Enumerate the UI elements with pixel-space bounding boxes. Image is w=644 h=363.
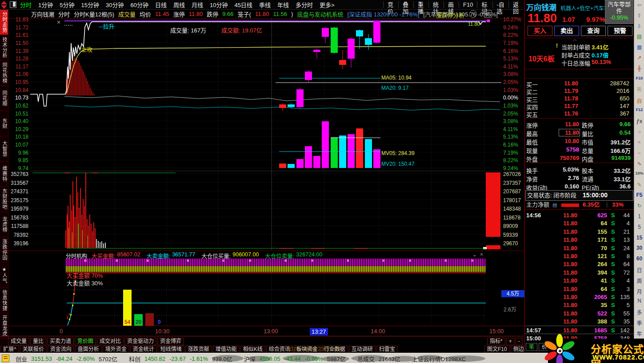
menu-item-周线[interactable]: 周线 bbox=[173, 0, 185, 9]
toolbar-统计[interactable]: 统计 bbox=[428, 1, 444, 8]
percent-icon[interactable]: 10% bbox=[634, 171, 644, 176]
up-icon[interactable]: ⇧ bbox=[634, 12, 644, 19]
custom-stock-icon[interactable]: 自 bbox=[634, 97, 644, 104]
tab-control-+[interactable]: + bbox=[506, 338, 515, 345]
transaction-row[interactable]: 11.80388S35 bbox=[525, 317, 634, 325]
menu-item-日线[interactable]: 日线 bbox=[155, 0, 167, 9]
arc-icon[interactable]: ⌢ bbox=[634, 150, 644, 156]
chart-close-icon[interactable]: × bbox=[57, 19, 60, 26]
close-subpanel-icon[interactable]: × bbox=[480, 252, 483, 258]
period-quarter-button[interactable]: 季 bbox=[634, 319, 644, 327]
mini-tab-笔[interactable]: 笔 bbox=[526, 343, 537, 351]
tab-相似K线[interactable]: 相似K线 bbox=[240, 346, 265, 352]
intraday-chart-region[interactable] bbox=[0, 19, 524, 336]
menu-item-季线[interactable]: 季线 bbox=[259, 0, 271, 9]
toolbar-返回[interactable]: 返回 bbox=[508, 1, 524, 8]
transaction-row[interactable]: 11.8064S3 bbox=[525, 285, 634, 293]
period-5-button[interactable]: 5 bbox=[634, 224, 644, 230]
toolbar-标记[interactable]: 标记 bbox=[477, 1, 492, 8]
f5-icon[interactable]: F5 bbox=[634, 192, 644, 198]
arrow-up-circle-icon[interactable]: ↑ bbox=[469, 10, 477, 18]
transaction-row[interactable]: 11.802065S135 bbox=[525, 293, 634, 301]
collapse-icon[interactable]: ⌄ bbox=[472, 252, 477, 258]
tab-盘面分析[interactable]: 盘面分析 bbox=[75, 346, 102, 352]
menu-item-1分钟[interactable]: 1分钟 bbox=[38, 0, 53, 9]
trend-icon[interactable]: ↗ bbox=[634, 55, 644, 61]
tab-关联报价[interactable]: 关联报价 bbox=[20, 346, 47, 352]
formula-icon[interactable]: ƒx bbox=[634, 118, 644, 124]
tab-control--[interactable]: - bbox=[516, 338, 523, 345]
tab-成交对比[interactable]: 成交对比 bbox=[97, 338, 124, 345]
toolbar-重播[interactable]: 重播 bbox=[413, 1, 428, 8]
period-30-button[interactable]: 30 bbox=[634, 245, 644, 251]
tab-资金统计[interactable]: 资金统计 bbox=[130, 346, 157, 352]
tab-成交量[interactable]: 成交量 bbox=[8, 338, 29, 345]
pencil-icon[interactable]: ✎ bbox=[634, 182, 644, 188]
period-1-button[interactable]: 1 bbox=[634, 213, 644, 219]
period-week-button[interactable]: 周 bbox=[634, 277, 644, 284]
refresh-icon[interactable]: ↻ bbox=[634, 203, 644, 209]
period-year-button[interactable]: 年 bbox=[634, 330, 644, 337]
toolbar-F10[interactable]: F10 bbox=[459, 1, 477, 8]
stock-name[interactable]: 万向钱潮 bbox=[526, 4, 556, 12]
back-icon[interactable]: ⇦ bbox=[634, 2, 644, 8]
menu-item-分时[interactable]: 分时 bbox=[20, 0, 32, 9]
period-month-button[interactable]: 月 bbox=[634, 287, 644, 295]
list-icon[interactable]: ▤ bbox=[552, 202, 557, 207]
tab-竞价图[interactable]: 竞价图 bbox=[75, 338, 96, 345]
transaction-row[interactable]: 11.8064S4 bbox=[525, 219, 634, 227]
transaction-row[interactable]: 14:5711.801685S142 bbox=[525, 326, 634, 334]
tab-资金驱动力[interactable]: 资金驱动力 bbox=[124, 338, 156, 345]
period-n-button[interactable]: N bbox=[634, 298, 644, 304]
transaction-row[interactable]: 11.80171S13 bbox=[525, 235, 634, 243]
copy-icon[interactable]: ⎘ bbox=[634, 86, 644, 92]
menu-item-15分钟[interactable]: 15分钟 bbox=[81, 0, 99, 9]
site-url[interactable]: WWW.70822.COM bbox=[592, 353, 644, 361]
toolbar--自选[interactable]: -自选 bbox=[492, 1, 509, 8]
tab-境外资金[interactable]: 境外资金 bbox=[103, 346, 129, 352]
button-查询[interactable]: 查询 bbox=[581, 26, 606, 36]
period-multi-button[interactable]: 多 bbox=[634, 308, 644, 316]
tab-扫雷宝[interactable]: 扫雷宝 bbox=[376, 346, 398, 352]
transaction-row[interactable]: 11.8035S5 bbox=[525, 301, 634, 309]
menu-item-45日线[interactable]: 45日线 bbox=[234, 0, 252, 9]
button-预警[interactable]: 预警 bbox=[608, 26, 632, 36]
transaction-row[interactable]: 11.8041S4 bbox=[525, 276, 634, 284]
tab-资金流向[interactable]: 资金流向 bbox=[48, 346, 74, 352]
toolbar-叠加[interactable]: 叠加 bbox=[398, 1, 413, 8]
tab-增值功能[interactable]: 增值功能 bbox=[213, 346, 240, 352]
menu-item-30分钟[interactable]: 30分钟 bbox=[106, 0, 124, 9]
transaction-row[interactable]: 11.80522S55 bbox=[525, 309, 634, 317]
transaction-row[interactable]: 11.8070S24 bbox=[525, 244, 634, 252]
tab-资金博弈[interactable]: 资金博弈 bbox=[157, 338, 184, 345]
transaction-row[interactable]: 14:5611.80625S44 bbox=[525, 211, 634, 219]
menu-item-更多>[interactable]: 更多> bbox=[320, 0, 335, 9]
menu-item-5分钟[interactable]: 5分钟 bbox=[60, 0, 74, 9]
tab-互动调研[interactable]: 互动调研 bbox=[349, 346, 376, 352]
transaction-row[interactable]: 11.80394S72 bbox=[525, 268, 634, 276]
button-买入[interactable]: 买入 bbox=[528, 26, 552, 36]
menu-item-多分时[interactable]: 多分时 bbox=[296, 0, 313, 9]
tab-量比[interactable]: 量比 bbox=[30, 338, 46, 345]
tab-control-指标*[interactable]: 指标* bbox=[487, 338, 505, 345]
f12-icon[interactable]: F12 bbox=[634, 108, 644, 112]
menu-item-10分钟[interactable]: 10分钟 bbox=[210, 0, 228, 9]
kline-icon[interactable]: ╫ bbox=[634, 65, 644, 72]
tab-涨跌贡献[interactable]: 涨跌贡献 bbox=[185, 346, 212, 352]
button-卖出[interactable]: 卖出 bbox=[554, 26, 579, 36]
period-day-button[interactable]: 日 bbox=[634, 266, 644, 274]
toolbar-画线[interactable]: 画线 bbox=[444, 1, 459, 8]
wave-icon[interactable]: ≈ bbox=[634, 139, 644, 145]
menu-item-月线[interactable]: 月线 bbox=[192, 0, 203, 9]
period-15-button[interactable]: 15 bbox=[634, 235, 644, 241]
curve-icon[interactable]: ∿ bbox=[634, 160, 644, 167]
collapse-handle-icon[interactable]: ︿ bbox=[573, 37, 577, 42]
window-icon[interactable] bbox=[10, 1, 16, 8]
tab-买卖力道[interactable]: 买卖力道 bbox=[47, 338, 74, 345]
toolbar-竞价[interactable]: 竞价 bbox=[383, 1, 398, 8]
down-icon[interactable]: ⇩ bbox=[634, 23, 644, 29]
f10-icon[interactable]: F10 bbox=[634, 76, 644, 80]
tab-扩展^[interactable]: 扩展^ bbox=[0, 346, 19, 352]
period-60-button[interactable]: 60 bbox=[634, 255, 644, 262]
panel-toggle-icon[interactable]: ◫ bbox=[484, 10, 492, 18]
